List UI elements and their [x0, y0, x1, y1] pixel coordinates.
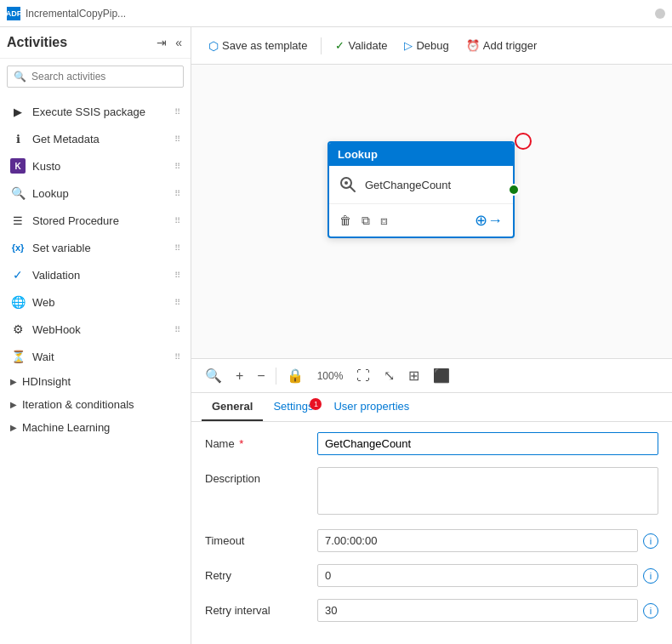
- activity-item-web[interactable]: 🌐 Web ⠿: [0, 288, 191, 316]
- name-label: Name *: [205, 432, 307, 450]
- drag-handle-wait[interactable]: ⠿: [174, 352, 180, 362]
- title-bar: ADF IncrementalCopyPip...: [0, 0, 672, 27]
- collapse-icon[interactable]: ⇥: [155, 34, 168, 51]
- activity-item-get-metadata[interactable]: ℹ Get Metadata ⠿: [0, 125, 191, 152]
- web-icon: 🌐: [10, 294, 26, 310]
- group-label-machine-learning: Machine Learning: [22, 421, 110, 434]
- form-row-description: Description: [205, 467, 658, 517]
- group-iteration[interactable]: ▶ Iteration & conditionals: [0, 393, 191, 416]
- hide-icon[interactable]: «: [174, 34, 184, 51]
- activity-item-stored-procedure[interactable]: ☰ Stored Procedure ⠿: [0, 207, 191, 234]
- retry-interval-control: i: [317, 599, 658, 622]
- toolbar-separator-1: [321, 37, 322, 54]
- drag-handle-web[interactable]: ⠿: [174, 298, 180, 307]
- add-button[interactable]: +: [232, 367, 247, 385]
- main-container: Activities ⇥ « 🔍 ▶ Execute SSIS package …: [0, 27, 672, 644]
- success-indicator: [508, 184, 520, 196]
- required-indicator: *: [239, 437, 243, 450]
- description-control: [317, 467, 658, 517]
- lookup-node[interactable]: Lookup GetChangeCount 🗑 ⧉: [327, 141, 515, 238]
- lookup-node-footer: 🗑 ⧉ ⧈ ⊕→: [329, 203, 513, 237]
- sidebar-header: Activities ⇥ «: [0, 27, 191, 59]
- lookup-node-body: GetChangeCount: [329, 166, 513, 203]
- close-dot[interactable]: [655, 9, 665, 19]
- validate-button[interactable]: ✓ Validate: [328, 36, 394, 55]
- activity-label-web: Web: [32, 296, 168, 309]
- timeout-control: i: [317, 529, 658, 552]
- layout-button[interactable]: ⊞: [405, 366, 423, 385]
- title-bar-text: IncrementalCopyPip...: [26, 8, 655, 20]
- drag-handle-kusto[interactable]: ⠿: [174, 162, 180, 171]
- activity-item-kusto[interactable]: K Kusto ⠿: [0, 152, 191, 180]
- remove-button[interactable]: −: [253, 367, 268, 385]
- search-input[interactable]: [7, 66, 184, 88]
- activity-item-validation[interactable]: ✓ Validation ⠿: [0, 261, 191, 288]
- name-input[interactable]: [317, 432, 658, 455]
- group-hdinsight[interactable]: ▶ HDInsight: [0, 370, 191, 393]
- set-variable-icon: {x}: [10, 240, 26, 255]
- lock-button[interactable]: 🔒: [283, 366, 307, 385]
- canvas-workspace[interactable]: Lookup GetChangeCount 🗑 ⧉: [191, 65, 672, 359]
- drag-handle-validation[interactable]: ⠿: [174, 271, 180, 280]
- debug-icon: ▷: [404, 39, 413, 52]
- sidebar-controls: ⇥ «: [155, 34, 184, 51]
- delete-node-button[interactable]: 🗑: [338, 212, 353, 230]
- drag-handle-stored-procedure[interactable]: ⠿: [174, 216, 180, 225]
- activities-list: ▶ Execute SSIS package ⠿ ℹ Get Metadata …: [0, 94, 191, 644]
- group-machine-learning[interactable]: ▶ Machine Learning: [0, 416, 191, 439]
- canvas-area: ⬡ Save as template ✓ Validate ▷ Debug ⏰ …: [191, 27, 672, 644]
- lookup-icon: 🔍: [10, 185, 26, 201]
- drag-handle-execute-ssis[interactable]: ⠿: [174, 107, 180, 117]
- activity-item-wait[interactable]: ⏳ Wait ⠿: [0, 343, 191, 370]
- group-label-hdinsight: HDInsight: [22, 375, 71, 388]
- activity-label-lookup: Lookup: [32, 187, 168, 200]
- form-row-retry: Retry i: [205, 564, 658, 587]
- add-trigger-button[interactable]: ⏰ Add trigger: [459, 36, 544, 55]
- tab-general[interactable]: General: [202, 393, 263, 421]
- clone-node-button[interactable]: ⧉: [360, 212, 372, 230]
- zoom-out-button[interactable]: ⤡: [380, 366, 398, 385]
- retry-input[interactable]: [317, 564, 638, 587]
- fit-screen-button[interactable]: ⛶: [353, 367, 373, 385]
- group-label-iteration: Iteration & conditionals: [22, 398, 134, 411]
- view-toggle-button[interactable]: ⬛: [430, 366, 453, 385]
- tab-user-properties[interactable]: User properties: [323, 393, 419, 421]
- activity-label-wait: Wait: [32, 350, 168, 363]
- retry-interval-info-icon[interactable]: i: [643, 603, 658, 618]
- save-as-template-button[interactable]: ⬡ Save as template: [202, 36, 314, 56]
- description-input[interactable]: [317, 467, 658, 515]
- name-control: [317, 432, 658, 455]
- svg-line-1: [350, 187, 356, 192]
- tab-settings[interactable]: Settings 1: [263, 393, 323, 421]
- retry-info-icon[interactable]: i: [643, 568, 658, 584]
- activity-item-execute-ssis[interactable]: ▶ Execute SSIS package ⠿: [0, 98, 191, 125]
- timeout-input[interactable]: [317, 529, 638, 552]
- form-row-retry-interval: Retry interval i: [205, 599, 658, 622]
- get-metadata-icon: ℹ: [10, 131, 26, 146]
- drag-handle-webhook[interactable]: ⠿: [174, 325, 180, 334]
- drag-handle-lookup[interactable]: ⠿: [174, 189, 180, 198]
- search-box: 🔍: [7, 66, 184, 88]
- activity-item-lookup[interactable]: 🔍 Lookup ⠿: [0, 180, 191, 207]
- machine-learning-chevron: ▶: [10, 423, 17, 432]
- retry-interval-input[interactable]: [317, 599, 638, 622]
- copy-node-button[interactable]: ⧈: [379, 212, 390, 230]
- properties-panel: General Settings 1 User properties Name …: [191, 393, 672, 644]
- lookup-node-label: GetChangeCount: [365, 179, 451, 191]
- zoom-fit-button[interactable]: 100%: [314, 368, 347, 384]
- mini-sep-1: [276, 368, 276, 385]
- activity-label-set-variable: Set variable: [32, 242, 168, 254]
- timeout-info-icon[interactable]: i: [643, 533, 658, 549]
- trigger-icon: ⏰: [466, 39, 480, 52]
- activity-item-set-variable[interactable]: {x} Set variable ⠿: [0, 234, 191, 261]
- drag-handle-get-metadata[interactable]: ⠿: [174, 134, 180, 144]
- add-activity-button[interactable]: ⊕→: [473, 209, 504, 231]
- drag-handle-set-variable[interactable]: ⠿: [174, 243, 180, 253]
- debug-button[interactable]: ▷ Debug: [397, 36, 455, 55]
- search-canvas-button[interactable]: 🔍: [202, 366, 225, 385]
- top-toolbar: ⬡ Save as template ✓ Validate ▷ Debug ⏰ …: [191, 27, 672, 65]
- activity-item-webhook[interactable]: ⚙ WebHook ⠿: [0, 316, 191, 343]
- hdinsight-chevron: ▶: [10, 377, 17, 386]
- sidebar-title: Activities: [7, 35, 155, 50]
- activity-label-kusto: Kusto: [32, 160, 168, 173]
